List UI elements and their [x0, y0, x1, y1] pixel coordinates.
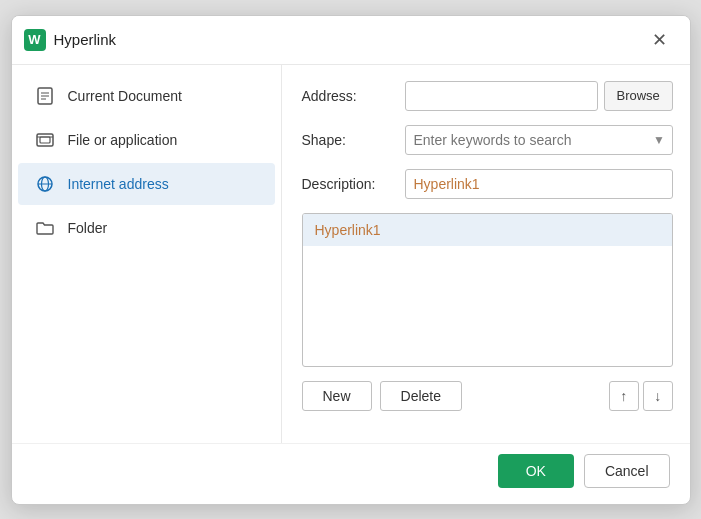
title-bar: W Hyperlink ✕ [12, 16, 690, 65]
sidebar-item-label-file-or-application: File or application [68, 132, 178, 148]
content-area: Address: Browse Shape: ▼ Description: [282, 65, 691, 443]
internet-icon [34, 173, 56, 195]
svg-rect-5 [40, 137, 50, 143]
browse-button[interactable]: Browse [604, 81, 673, 111]
cancel-button[interactable]: Cancel [584, 454, 670, 488]
list-actions: New Delete ↑ ↓ [302, 381, 673, 411]
sidebar-item-label-folder: Folder [68, 220, 108, 236]
sidebar-item-label-current-document: Current Document [68, 88, 182, 104]
sidebar-item-label-internet-address: Internet address [68, 176, 169, 192]
hyperlink-dialog: W Hyperlink ✕ Current Document [11, 15, 691, 505]
sidebar-item-file-or-application[interactable]: File or application [18, 119, 275, 161]
dialog-footer: OK Cancel [12, 443, 690, 504]
address-input[interactable] [405, 81, 598, 111]
application-icon [34, 129, 56, 151]
list-item[interactable]: Hyperlink1 [303, 214, 672, 246]
app-icon: W [24, 29, 46, 51]
title-left: W Hyperlink [24, 29, 117, 51]
new-button[interactable]: New [302, 381, 372, 411]
delete-button[interactable]: Delete [380, 381, 462, 411]
dialog-body: Current Document File or application [12, 65, 690, 443]
move-up-button[interactable]: ↑ [609, 381, 639, 411]
description-label: Description: [302, 176, 397, 192]
shape-label: Shape: [302, 132, 397, 148]
move-down-button[interactable]: ↓ [643, 381, 673, 411]
ok-button[interactable]: OK [498, 454, 574, 488]
shape-select-wrap: ▼ [405, 125, 673, 155]
description-row: Description: [302, 169, 673, 199]
sidebar-item-current-document[interactable]: Current Document [18, 75, 275, 117]
address-label: Address: [302, 88, 397, 104]
sidebar-item-internet-address[interactable]: Internet address [18, 163, 275, 205]
sidebar-item-folder[interactable]: Folder [18, 207, 275, 249]
description-input[interactable] [405, 169, 673, 199]
sidebar: Current Document File or application [12, 65, 282, 443]
address-input-wrap: Browse [405, 81, 673, 111]
arrow-buttons: ↑ ↓ [609, 381, 673, 411]
document-icon [34, 85, 56, 107]
folder-icon [34, 217, 56, 239]
hyperlink-list: Hyperlink1 [302, 213, 673, 367]
address-row: Address: Browse [302, 81, 673, 111]
close-button[interactable]: ✕ [646, 26, 674, 54]
dialog-title: Hyperlink [54, 31, 117, 48]
shape-input[interactable] [405, 125, 673, 155]
shape-row: Shape: ▼ [302, 125, 673, 155]
